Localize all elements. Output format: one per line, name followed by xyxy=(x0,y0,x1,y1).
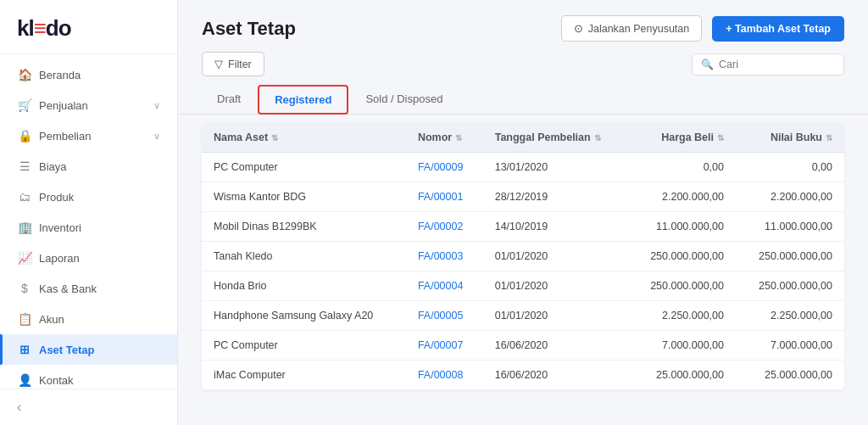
cell-nilai: 11.000.000,00 xyxy=(736,212,844,242)
cell-nomor[interactable]: FA/00007 xyxy=(406,331,483,361)
cell-harga: 25.000.000,00 xyxy=(627,361,736,390)
cell-nama: iMac Computer xyxy=(202,361,406,390)
table-row: Tanah KledoFA/0000301/01/2020250.000.000… xyxy=(202,242,844,271)
sidebar-label-kas-bank: Kas & Bank xyxy=(39,282,97,295)
col-nomor[interactable]: Nomor⇅ xyxy=(406,123,483,153)
cell-nilai: 0,00 xyxy=(736,153,844,182)
table-row: Honda BrioFA/0000401/01/2020250.000.000,… xyxy=(202,271,844,301)
sort-icon: ⇅ xyxy=(271,133,278,143)
table-row: Handphone Samsung Galaxy A20FA/0000501/0… xyxy=(202,301,844,331)
search-box: 🔍 xyxy=(692,53,844,75)
cell-tanggal: 16/06/2020 xyxy=(483,361,627,390)
sidebar-item-produk[interactable]: 🗂 Produk xyxy=(0,182,177,212)
cell-nilai: 7.000.000,00 xyxy=(736,331,844,361)
cell-nama: Honda Brio xyxy=(202,271,406,301)
cell-nilai: 2.200.000,00 xyxy=(736,182,844,212)
cell-tanggal: 16/06/2020 xyxy=(483,331,627,361)
cell-nomor[interactable]: FA/00004 xyxy=(406,271,483,301)
logo: kl≡do xyxy=(0,0,177,54)
inventori-icon: 🏢 xyxy=(17,221,32,234)
search-input[interactable] xyxy=(719,59,835,70)
run-depreciation-button[interactable]: ⊙ Jalankan Penyusutan xyxy=(561,15,703,42)
header-actions: ⊙ Jalankan Penyusutan + Tambah Aset Teta… xyxy=(561,15,844,42)
sidebar-label-produk: Produk xyxy=(39,191,74,204)
sidebar-label-aset-tetap: Aset Tetap xyxy=(39,344,95,356)
sidebar-label-pembelian: Pembelian xyxy=(39,130,91,143)
aset-tetap-icon: ⊞ xyxy=(17,343,32,356)
cell-nilai: 250.000.000,00 xyxy=(736,242,844,271)
col-tanggal[interactable]: Tanggal Pembelian⇅ xyxy=(483,123,627,153)
toolbar: ▽ Filter 🔍 xyxy=(178,52,868,85)
laporan-icon: 📈 xyxy=(17,251,32,265)
table-row: PC ComputerFA/0000913/01/20200,000,00 xyxy=(202,153,844,182)
table-row: iMac ComputerFA/0000816/06/202025.000.00… xyxy=(202,361,844,390)
penjualan-icon: 🛒 xyxy=(17,98,32,112)
filter-icon: ▽ xyxy=(214,58,223,70)
cell-tanggal: 13/01/2020 xyxy=(483,153,627,182)
sidebar-item-penjualan[interactable]: 🛒 Penjualan ∨ xyxy=(0,90,177,120)
cell-nilai: 250.000.000,00 xyxy=(736,271,844,301)
table-row: PC ComputerFA/0000716/06/20207.000.000,0… xyxy=(202,331,844,361)
cell-nomor[interactable]: FA/00008 xyxy=(406,361,483,390)
cell-tanggal: 01/01/2020 xyxy=(483,242,627,271)
sidebar-item-biaya[interactable]: ☰ Biaya xyxy=(0,151,177,182)
col-harga[interactable]: Harga Beli⇅ xyxy=(627,123,736,153)
sort-icon: ⇅ xyxy=(717,133,724,143)
page-title: Aset Tetap xyxy=(202,18,296,40)
sidebar-label-laporan: Laporan xyxy=(39,252,80,265)
cell-harga: 2.250.000,00 xyxy=(627,301,736,331)
filter-button[interactable]: ▽ Filter xyxy=(202,52,264,76)
sidebar-item-laporan[interactable]: 📈 Laporan xyxy=(0,243,177,273)
sort-icon: ⇅ xyxy=(594,133,601,143)
cell-nama: Tanah Kledo xyxy=(202,242,406,271)
sidebar-item-inventori[interactable]: 🏢 Inventori xyxy=(0,212,177,243)
col-nilai[interactable]: Nilai Buku⇅ xyxy=(736,123,844,153)
tabs-bar: DraftRegisteredSold / Disposed xyxy=(178,85,868,115)
cell-nomor[interactable]: FA/00003 xyxy=(406,242,483,271)
cell-nama: Mobil Dinas B1299BK xyxy=(202,212,406,242)
sidebar-label-akun: Akun xyxy=(39,313,64,326)
table-container: Nama Aset⇅Nomor⇅Tanggal Pembelian⇅Harga … xyxy=(178,115,868,425)
pembelian-icon: 🔒 xyxy=(17,129,32,143)
sidebar-label-inventori: Inventori xyxy=(39,221,81,234)
cell-harga: 250.000.000,00 xyxy=(627,271,736,301)
chevron-icon: ∨ xyxy=(153,100,160,111)
cell-harga: 250.000.000,00 xyxy=(627,242,736,271)
sidebar-item-kas-bank[interactable]: $ Kas & Bank xyxy=(0,273,177,304)
tab-sold-disposed[interactable]: Sold / Disposed xyxy=(350,86,458,114)
cell-harga: 2.200.000,00 xyxy=(627,182,736,212)
cell-tanggal: 14/10/2019 xyxy=(483,212,627,242)
cell-nama: PC Computer xyxy=(202,331,406,361)
sidebar: kl≡do 🏠 Beranda 🛒 Penjualan ∨ 🔒 Pembelia… xyxy=(0,0,178,425)
tab-registered[interactable]: Registered xyxy=(258,85,348,115)
cell-tanggal: 01/01/2020 xyxy=(483,271,627,301)
page-header: Aset Tetap ⊙ Jalankan Penyusutan + Tamba… xyxy=(178,0,868,52)
cell-nomor[interactable]: FA/00002 xyxy=(406,212,483,242)
add-asset-button[interactable]: + Tambah Aset Tetap xyxy=(712,16,844,42)
sidebar-item-aset-tetap[interactable]: ⊞ Aset Tetap xyxy=(0,334,177,365)
sidebar-item-akun[interactable]: 📋 Akun xyxy=(0,304,177,334)
sidebar-label-beranda: Beranda xyxy=(39,69,81,81)
sidebar-collapse-button[interactable]: ‹ xyxy=(0,389,177,425)
sidebar-item-pembelian[interactable]: 🔒 Pembelian ∨ xyxy=(0,120,177,151)
depreciation-icon: ⊙ xyxy=(574,22,583,35)
kas-bank-icon: $ xyxy=(17,282,32,295)
cell-harga: 11.000.000,00 xyxy=(627,212,736,242)
sidebar-item-beranda[interactable]: 🏠 Beranda xyxy=(0,59,177,90)
chevron-icon: ∨ xyxy=(153,131,160,142)
cell-harga: 0,00 xyxy=(627,153,736,182)
cell-nomor[interactable]: FA/00005 xyxy=(406,301,483,331)
cell-tanggal: 28/12/2019 xyxy=(483,182,627,212)
main-content: Aset Tetap ⊙ Jalankan Penyusutan + Tamba… xyxy=(178,0,868,425)
kontak-icon: 👤 xyxy=(17,373,32,387)
sidebar-item-kontak[interactable]: 👤 Kontak xyxy=(0,365,177,389)
cell-nomor[interactable]: FA/00009 xyxy=(406,153,483,182)
col-nama[interactable]: Nama Aset⇅ xyxy=(202,123,406,153)
tab-draft[interactable]: Draft xyxy=(202,86,256,114)
beranda-icon: 🏠 xyxy=(17,68,32,81)
cell-nomor[interactable]: FA/00001 xyxy=(406,182,483,212)
search-icon: 🔍 xyxy=(701,59,714,70)
akun-icon: 📋 xyxy=(17,312,32,326)
biaya-icon: ☰ xyxy=(17,159,32,173)
cell-nama: Handphone Samsung Galaxy A20 xyxy=(202,301,406,331)
